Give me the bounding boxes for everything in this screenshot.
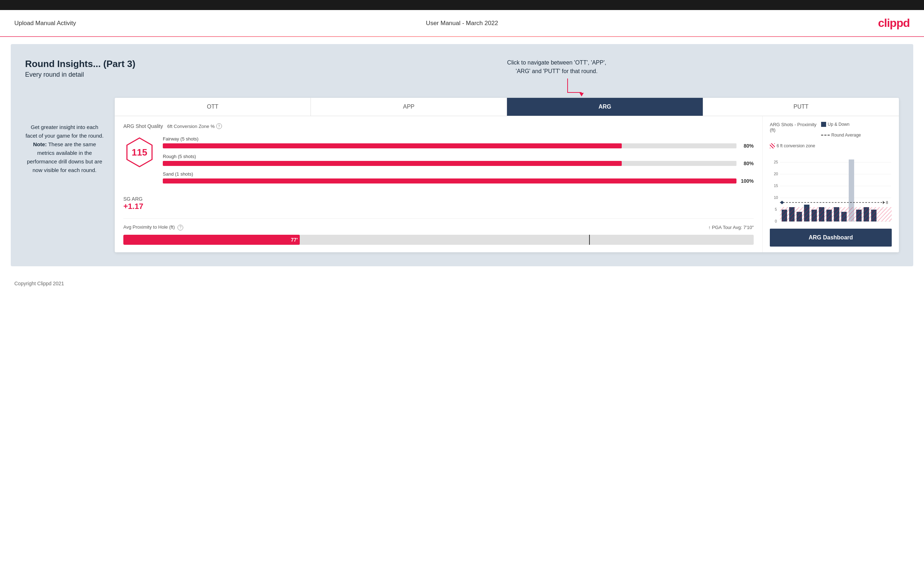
svg-rect-28 <box>780 207 892 221</box>
right-panel: ARG Shots - Proximity (ft) Up & Down Rou… <box>762 116 899 252</box>
hex-number: 115 <box>132 147 147 158</box>
header: Upload Manual Activity User Manual - Mar… <box>0 10 924 36</box>
tab-arg[interactable]: ARG <box>507 98 703 116</box>
svg-text:0: 0 <box>775 219 777 223</box>
top-bar <box>0 0 924 10</box>
upload-label: Upload Manual Activity <box>15 20 76 27</box>
arrow-icon <box>567 79 568 93</box>
shot-quality-bars: Fairway (5 shots) 80% Rough (5 shots) <box>163 136 754 189</box>
card-body: ARG Shot Quality 6ft Conversion Zone % ?… <box>115 116 899 252</box>
footer: Copyright Clippd 2021 <box>0 274 924 293</box>
tab-putt[interactable]: PUTT <box>703 98 899 116</box>
proximity-cursor <box>589 235 590 245</box>
chart-area: 0 5 10 15 20 25 30 <box>770 153 892 224</box>
panel-header: ARG Shot Quality 6ft Conversion Zone % ? <box>123 123 754 129</box>
proximity-label: Avg Proximity to Hole (ft) ? <box>123 224 183 230</box>
right-panel-header: ARG Shots - Proximity (ft) Up & Down Rou… <box>770 122 892 148</box>
conversion-label: 6ft Conversion Zone % ? <box>168 123 222 129</box>
clippd-logo: clippd <box>878 16 909 30</box>
legend-conversion-zone: 6 ft conversion zone <box>770 143 892 148</box>
fairway-pct: 80% <box>740 143 754 149</box>
arrow-down-icon <box>580 93 584 97</box>
left-description: Get greater insight into each facet of y… <box>25 123 104 174</box>
shot-row-fairway: Fairway (5 shots) 80% <box>163 136 754 149</box>
tab-bar: OTT APP ARG PUTT <box>115 98 899 116</box>
sg-label: SG ARG <box>123 196 754 202</box>
legend: Up & Down Round Average <box>821 122 892 138</box>
sand-bar-track <box>163 179 737 184</box>
section-subtitle: Every round in detail <box>25 71 899 79</box>
dashboard-card: OTT APP ARG PUTT ARG Shot Quality 6ft Co… <box>115 98 899 252</box>
proximity-bar-fill: 77' <box>123 235 300 245</box>
sand-bar-fill <box>163 179 737 184</box>
sg-value: +1.17 <box>123 202 754 211</box>
left-panel: ARG Shot Quality 6ft Conversion Zone % ?… <box>115 116 762 252</box>
fairway-bar-fill <box>163 143 622 148</box>
arg-dashboard-button[interactable]: ARG Dashboard <box>770 229 892 247</box>
svg-text:20: 20 <box>774 172 778 176</box>
help-icon[interactable]: ? <box>216 123 222 129</box>
svg-marker-31 <box>883 201 884 204</box>
shot-row-sand: Sand (1 shots) 100% <box>163 171 754 184</box>
svg-text:15: 15 <box>774 184 778 188</box>
arrow-container <box>507 79 606 93</box>
hex-score: 115 <box>123 136 156 168</box>
header-divider <box>0 36 924 37</box>
rough-label: Rough (5 shots) <box>163 154 754 159</box>
legend-round-avg: Round Average <box>821 132 861 138</box>
rough-bar-fill <box>163 161 622 166</box>
legend-hatched-icon <box>770 143 775 148</box>
proximity-bar-track: 77' <box>123 235 754 245</box>
svg-text:10: 10 <box>774 195 778 200</box>
manual-date: User Manual - March 2022 <box>426 20 498 27</box>
shot-quality-label: ARG Shot Quality <box>123 123 163 129</box>
svg-text:30: 30 <box>774 153 778 153</box>
svg-text:5: 5 <box>775 207 777 211</box>
nav-annotation: Click to navigate between 'OTT', 'APP','… <box>507 58 606 93</box>
chart-svg: 0 5 10 15 20 25 30 <box>770 153 892 224</box>
proximity-header: Avg Proximity to Hole (ft) ? ↑ PGA Tour … <box>123 224 754 230</box>
svg-text:25: 25 <box>774 160 778 164</box>
svg-marker-30 <box>780 201 784 204</box>
proximity-section: Avg Proximity to Hole (ft) ? ↑ PGA Tour … <box>123 218 754 245</box>
svg-text:8: 8 <box>886 200 888 205</box>
sand-pct: 100% <box>740 178 754 184</box>
fairway-bar-track <box>163 143 737 148</box>
legend-dash-icon <box>821 135 830 135</box>
rough-bar-track <box>163 161 737 166</box>
section-title: Round Insights... (Part 3) <box>25 58 899 69</box>
legend-box-up-down <box>821 122 826 127</box>
tab-app[interactable]: APP <box>311 98 507 116</box>
fairway-label: Fairway (5 shots) <box>163 136 754 142</box>
shot-row-rough: Rough (5 shots) 80% <box>163 154 754 166</box>
main-content: Round Insights... (Part 3) Every round i… <box>11 44 913 266</box>
proximity-value: 77' <box>291 237 297 243</box>
sand-label: Sand (1 shots) <box>163 171 754 177</box>
proximity-help-icon[interactable]: ? <box>178 225 183 230</box>
chart-title: ARG Shots - Proximity (ft) <box>770 122 821 132</box>
rough-pct: 80% <box>740 161 754 166</box>
copyright: Copyright Clippd 2021 <box>15 280 64 286</box>
hexagon-container: 115 Fairway (5 shots) 80% <box>123 136 754 189</box>
tab-ott[interactable]: OTT <box>115 98 311 116</box>
sg-section: SG ARG +1.17 <box>123 196 754 211</box>
legend-up-down: Up & Down <box>821 122 850 127</box>
pga-avg: ↑ PGA Tour Avg: 7'10" <box>708 225 754 230</box>
